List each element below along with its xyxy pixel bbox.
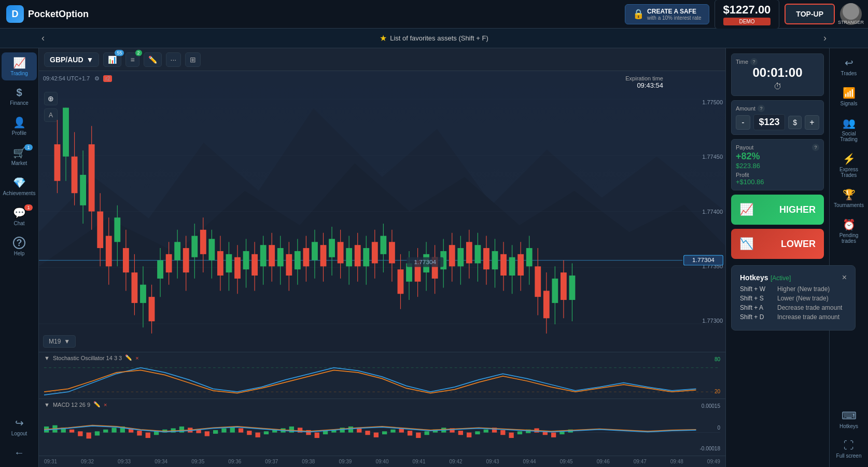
balance-box: $1227.00 DEMO [715,0,780,29]
sidebar-item-help[interactable]: ? Help [2,232,37,260]
macd-name: MACD 12 26 9 [53,402,90,408]
time-label-0938: 09:38 [302,459,315,464]
time-label-0948: 09:48 [670,459,683,464]
payout-info-icon[interactable]: ? [812,144,819,151]
sidebar-item-trades[interactable]: ↩ Trades [831,52,866,80]
finance-label: Finance [10,100,29,106]
fav-left-arrow[interactable]: ‹ [41,33,45,44]
chart-type-icon: 📊 [108,56,117,64]
svg-rect-92 [398,269,404,294]
tools-badge: 2 [135,50,142,56]
chart-type-button[interactable]: 📊 55 [103,52,121,67]
chart-indicators-button[interactable]: ≡ 2 [125,52,139,67]
svg-rect-18 [80,175,86,205]
svg-rect-162 [247,431,251,435]
sidebar-item-collapse[interactable]: ← [2,443,37,463]
macd-close-icon[interactable]: × [104,402,107,408]
sidebar-item-tournaments[interactable]: 🏆 Tournaments [831,184,866,212]
avatar[interactable]: STRANGER [840,3,862,25]
create-safe-button[interactable]: 🔒 CREATE A SAFE with a 10% interest rate [625,4,709,24]
macd-collapse-icon[interactable]: ▼ [44,402,50,408]
hotkey-a-desc: Decrease trade amount [777,304,842,311]
stoch-close-icon[interactable]: × [135,355,138,361]
hotkeys-close-button[interactable]: × [842,273,847,282]
candlestick-chart[interactable]: 1.77304 [39,71,725,352]
left-sidebar: 📈 Trading $ Finance 👤 Profile 1 🛒 Market… [0,48,39,467]
svg-rect-84 [363,248,369,266]
time-box: Time ? 00:01:00 ⏱ [731,53,824,96]
screen-size-selector[interactable]: M19 ▼ [43,335,76,348]
svg-rect-132 [569,276,576,300]
macd-edit-icon[interactable]: ✏️ [93,401,101,408]
indicators-badge: 55 [115,50,124,56]
sidebar-item-finance[interactable]: $ Finance [2,83,37,110]
sidebar-item-signals[interactable]: 📶 Signals [831,83,866,111]
sidebar-item-trading[interactable]: 📈 Trading [2,52,37,80]
hotkeys-popup: Hotkeys [Active] × Shift + W Higher (New… [731,265,856,331]
svg-rect-190 [484,430,488,433]
trades-label: Trades [841,71,857,76]
payout-box: Payout ? +82% $223.86 Profit +$100.86 [731,139,824,190]
stoch-edit-icon[interactable]: ✏️ [125,354,132,361]
pair-label: GBP/AUD [50,56,83,64]
svg-rect-159 [221,428,226,432]
svg-rect-124 [535,266,541,297]
tournaments-icon: 🏆 [843,188,856,201]
create-safe-subtitle: with a 10% interest rate [647,15,702,21]
sidebar-item-express-trades[interactable]: ⚡ Express Trades [831,148,866,182]
svg-rect-128 [552,279,558,303]
fullscreen-icon: ⛶ [844,439,854,451]
hotkey-a-key: Shift + A [740,304,771,311]
svg-rect-80 [346,248,352,266]
hotkeys-icon: ⌨ [842,409,857,422]
fav-right-arrow[interactable]: › [823,33,827,44]
svg-rect-116 [500,254,507,276]
chart-more-button[interactable]: ··· [166,52,181,67]
svg-rect-120 [517,254,524,276]
higher-button[interactable]: 📈 HIGHER [731,195,824,225]
amount-plus-button[interactable]: + [805,115,819,130]
svg-rect-157 [205,431,209,436]
logo-text: PocketOption [28,9,89,20]
time-info-icon[interactable]: ? [750,58,758,65]
sidebar-item-fullscreen[interactable]: ⛶ Full screen [831,435,866,463]
sidebar-item-market[interactable]: 1 🛒 Market [2,142,37,170]
time-label-0931: 09:31 [44,459,57,464]
svg-rect-178 [382,431,387,434]
topup-button[interactable]: TOP-UP [785,4,835,24]
logo[interactable]: D PocketOption [6,5,89,23]
sidebar-item-chat[interactable]: 1 💬 Chat [2,202,37,230]
amount-info-icon[interactable]: ? [758,105,765,112]
higher-label: HIGHER [779,204,816,215]
time-label-0932: 09:32 [81,459,94,464]
social-trading-icon: 👥 [843,117,856,129]
sidebar-item-social-trading[interactable]: 👥 Social Trading [831,113,866,146]
svg-rect-177 [374,433,379,437]
sidebar-item-logout[interactable]: ↪ Logout [2,413,37,441]
sidebar-item-pending-trades[interactable]: ⏰ Pending trades [831,214,866,248]
market-badge: 1 [24,144,33,150]
sidebar-item-achievements[interactable]: 💎 Achievements [2,172,37,200]
sidebar-item-hotkeys[interactable]: ⌨ Hotkeys [831,405,866,433]
stochastic-panel: ▼ Stochastic Oscillator 14 3 3 ✏️ × 80 2… [39,352,725,399]
achievements-label: Achievements [3,190,36,196]
sidebar-item-profile[interactable]: 👤 Profile [2,112,37,140]
chart-grid-button[interactable]: ⊞ [185,52,201,67]
main-chart-area[interactable]: 09:42:54 UTC+1.7 ⚙ r2 ⊕ A Expiration tim… [39,71,725,352]
pair-selector[interactable]: GBP/AUD ▼ [44,52,99,67]
svg-rect-48 [208,239,215,260]
grid-icon: ⊞ [190,56,196,64]
fav-star-icon: ★ [380,33,387,43]
svg-rect-176 [365,431,370,435]
svg-rect-158 [213,430,218,434]
avatar-label: STRANGER [838,20,864,25]
time-label-0933: 09:33 [118,459,131,464]
stoch-collapse-icon[interactable]: ▼ [44,355,50,361]
amount-minus-button[interactable]: - [736,115,750,130]
chart-draw-button[interactable]: ✏️ [144,52,162,67]
lower-button[interactable]: 📉 LOWER [731,229,824,259]
svg-rect-122 [526,248,533,266]
screen-size-dropdown-icon: ▼ [64,338,70,345]
currency-button[interactable]: $ [788,116,802,129]
time-value: 00:01:00 [736,65,819,80]
